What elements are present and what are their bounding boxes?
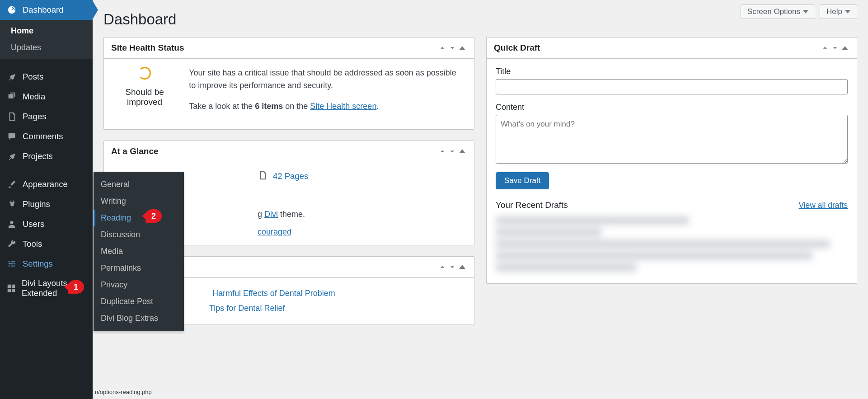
save-draft-button[interactable]: Save Draft bbox=[496, 172, 549, 189]
glance-pages-link[interactable]: 42 Pages bbox=[273, 171, 308, 181]
move-up-icon[interactable] bbox=[438, 147, 447, 156]
toggle-icon[interactable] bbox=[458, 43, 467, 52]
toggle-icon[interactable] bbox=[458, 147, 467, 156]
sidebar-label: Tools bbox=[23, 239, 42, 249]
callout-badge-1: 1 bbox=[68, 280, 84, 294]
flyout-item-writing[interactable]: Writing bbox=[94, 193, 184, 210]
draft-title-label: Title bbox=[496, 67, 848, 76]
sidebar-label: Appearance bbox=[23, 179, 68, 189]
flyout-item-reading[interactable]: Reading bbox=[94, 210, 184, 226]
sidebar-item-pages[interactable]: Pages bbox=[0, 107, 93, 127]
sidebar-item-settings[interactable]: Settings bbox=[0, 254, 93, 274]
activity-link[interactable]: Tips for Dental Relief bbox=[209, 304, 285, 313]
admin-sidebar: Dashboard Home Updates Posts Media Pages… bbox=[0, 0, 93, 399]
recent-drafts-heading: Your Recent Drafts bbox=[496, 200, 568, 210]
quick-draft-box: Quick Draft Title Content Save Draft bbox=[486, 37, 857, 284]
screen-options-label: Screen Options bbox=[747, 7, 800, 16]
gauge-icon bbox=[6, 5, 17, 15]
dashboard-submenu: Home Updates bbox=[0, 20, 93, 59]
user-icon bbox=[6, 219, 17, 230]
move-up-icon[interactable] bbox=[438, 43, 447, 52]
help-label: Help bbox=[826, 7, 842, 16]
sidebar-label: Pages bbox=[23, 112, 46, 122]
flyout-item-privacy[interactable]: Privacy bbox=[94, 277, 184, 293]
sliders-icon bbox=[6, 258, 17, 269]
health-text-2: Take a look at the 6 items on the Site H… bbox=[189, 100, 465, 113]
view-all-drafts-link[interactable]: View all drafts bbox=[798, 201, 848, 210]
sidebar-label: Settings bbox=[23, 259, 53, 269]
site-health-box: Site Health Status Should be improved bbox=[103, 37, 474, 130]
flyout-item-media[interactable]: Media bbox=[94, 243, 184, 260]
sidebar-label: Posts bbox=[23, 72, 43, 82]
activity-link[interactable]: Harmful Effects of Dental Problem bbox=[212, 289, 335, 298]
comments-icon bbox=[6, 131, 17, 142]
wrench-icon bbox=[6, 239, 17, 249]
blurred-drafts bbox=[496, 216, 848, 272]
move-up-icon[interactable] bbox=[821, 43, 830, 52]
health-text-1: Your site has a critical issue that shou… bbox=[189, 67, 465, 92]
quick-draft-title: Quick Draft bbox=[494, 43, 540, 53]
sidebar-label: Media bbox=[23, 92, 45, 102]
flyout-item-divi-blog-extras[interactable]: Divi Blog Extras bbox=[94, 310, 184, 327]
health-status-label: Should be improved bbox=[113, 87, 176, 107]
move-down-icon[interactable] bbox=[830, 43, 840, 52]
sidebar-label: Comments bbox=[23, 131, 63, 141]
sidebar-item-tools[interactable]: Tools bbox=[0, 234, 93, 254]
sidebar-item-dashboard[interactable]: Dashboard bbox=[0, 0, 93, 20]
draft-content-label: Content bbox=[496, 103, 848, 112]
sidebar-item-comments[interactable]: Comments bbox=[0, 127, 93, 146]
sidebar-label: Plugins bbox=[23, 199, 50, 209]
theme-link[interactable]: Divi bbox=[264, 210, 278, 219]
help-button[interactable]: Help bbox=[820, 5, 857, 19]
grid-icon bbox=[6, 283, 16, 294]
sidebar-label: Dashboard bbox=[23, 5, 64, 15]
toggle-icon[interactable] bbox=[458, 263, 467, 272]
pages-icon bbox=[258, 170, 267, 183]
pages-icon bbox=[6, 111, 17, 122]
move-up-icon[interactable] bbox=[438, 263, 447, 272]
sidebar-subitem-updates[interactable]: Updates bbox=[0, 39, 93, 56]
glance-theme-line: g Divi theme. bbox=[258, 210, 465, 219]
sidebar-item-posts[interactable]: Posts bbox=[0, 67, 93, 87]
toggle-icon[interactable] bbox=[840, 43, 849, 52]
screen-options-button[interactable]: Screen Options bbox=[741, 5, 815, 19]
chevron-down-icon bbox=[803, 10, 808, 14]
settings-flyout: General Writing Reading Discussion Media… bbox=[94, 172, 184, 331]
sidebar-subitem-home[interactable]: Home bbox=[0, 23, 93, 39]
encouraged-link[interactable]: couraged bbox=[258, 227, 291, 236]
spinner-icon bbox=[138, 67, 151, 80]
flyout-item-discussion[interactable]: Discussion bbox=[94, 226, 184, 243]
draft-title-input[interactable] bbox=[496, 79, 848, 94]
chevron-down-icon bbox=[845, 10, 850, 14]
sidebar-item-appearance[interactable]: Appearance bbox=[0, 174, 93, 194]
move-down-icon[interactable] bbox=[448, 263, 457, 272]
site-health-link[interactable]: Site Health screen bbox=[310, 102, 376, 111]
plug-icon bbox=[6, 199, 17, 210]
pin-icon bbox=[6, 71, 17, 82]
move-down-icon[interactable] bbox=[448, 147, 457, 156]
media-icon bbox=[6, 91, 17, 102]
brush-icon bbox=[6, 179, 17, 190]
glance-title: At a Glance bbox=[111, 146, 159, 156]
sidebar-item-media[interactable]: Media bbox=[0, 87, 93, 107]
flyout-item-general[interactable]: General bbox=[94, 176, 184, 193]
sidebar-item-users[interactable]: Users bbox=[0, 214, 93, 234]
sidebar-label: Users bbox=[23, 219, 44, 229]
pin-icon bbox=[6, 151, 17, 162]
flyout-item-duplicate-post[interactable]: Duplicate Post bbox=[94, 293, 184, 310]
site-health-title: Site Health Status bbox=[111, 43, 184, 53]
sidebar-label: Projects bbox=[23, 151, 53, 161]
callout-badge-2: 2 bbox=[145, 209, 162, 223]
move-down-icon[interactable] bbox=[448, 43, 457, 52]
sidebar-item-plugins[interactable]: Plugins bbox=[0, 194, 93, 214]
sidebar-item-projects[interactable]: Projects bbox=[0, 146, 93, 166]
flyout-item-permalinks[interactable]: Permalinks bbox=[94, 260, 184, 277]
main-content: Screen Options Help Dashboard Site Healt… bbox=[93, 0, 868, 399]
draft-content-textarea[interactable] bbox=[496, 115, 848, 164]
